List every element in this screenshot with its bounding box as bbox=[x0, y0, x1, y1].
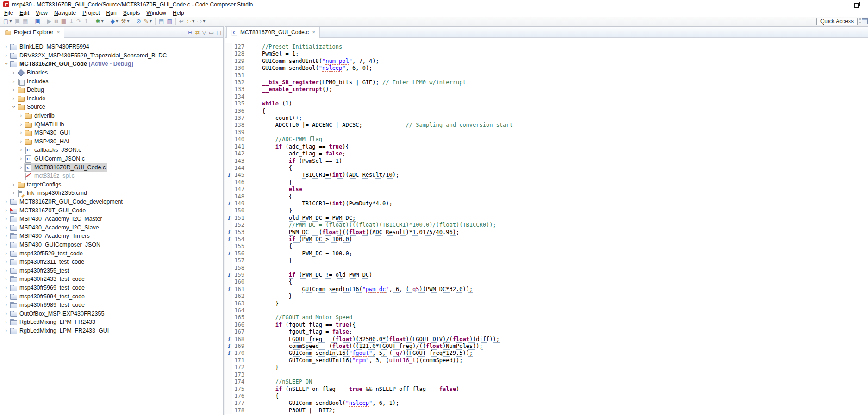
expand-chevron-icon[interactable]: › bbox=[18, 147, 24, 153]
tree-item-MCT8316Z0R_GUI_Code.c[interactable]: ›MCT8316Z0R_GUI_Code.c bbox=[0, 163, 223, 172]
code-line-156[interactable]: i156 PWM_DC = 100.0; bbox=[225, 250, 868, 257]
terminate-button[interactable]: ■ bbox=[60, 17, 67, 25]
code-line-139[interactable]: 139 bbox=[225, 129, 868, 136]
code-line-178[interactable]: 178 P3OUT |= BIT2; bbox=[225, 407, 868, 414]
info-marker-icon[interactable]: i bbox=[225, 272, 232, 279]
debug-config-button[interactable]: ✱▼ bbox=[94, 17, 104, 25]
code-line-167[interactable]: 167 fgout_flag = false; bbox=[225, 328, 868, 335]
minimize-view-icon[interactable]: ▭ bbox=[209, 30, 213, 36]
step-over-button[interactable]: ↷ bbox=[75, 17, 82, 25]
code-line-127[interactable]: 127 //Preset Initializations bbox=[225, 43, 868, 50]
menu-edit[interactable]: Edit bbox=[16, 10, 32, 16]
code-line-137[interactable]: 137 count++; bbox=[225, 115, 868, 122]
code-line-135[interactable]: 135 while (1) bbox=[225, 100, 868, 107]
tree-item-RgbLedMixing_LPM_FR2433_GUI[interactable]: ›RgbLedMixing_LPM_FR2433_GUI bbox=[0, 327, 223, 335]
info-marker-icon[interactable]: i bbox=[225, 229, 232, 236]
tree-item-Include[interactable]: ›Include bbox=[0, 94, 223, 103]
step-return-button[interactable]: ↑ bbox=[83, 17, 89, 25]
tree-item-MSP430_Academy_I2C_Master[interactable]: ›MSP430_Academy_I2C_Master bbox=[0, 215, 223, 223]
code-line-161[interactable]: i161 GUIComm_sendInt16("pwm_dc", 6, (_q5… bbox=[225, 286, 868, 293]
expand-chevron-icon[interactable]: › bbox=[3, 285, 9, 291]
menu-run[interactable]: Run bbox=[103, 10, 120, 16]
info-marker-icon[interactable]: i bbox=[225, 336, 232, 343]
expand-chevron-icon[interactable]: › bbox=[3, 302, 9, 308]
expand-chevron-icon[interactable]: › bbox=[3, 225, 9, 230]
code-line-166[interactable]: 166 if (fgout_flag == true){ bbox=[225, 322, 868, 328]
connect-target-button[interactable]: ✎▼ bbox=[143, 17, 153, 25]
code-line-132[interactable]: 132 __bis_SR_register(LPM0_bits | GIE); … bbox=[225, 79, 868, 86]
expand-chevron-icon[interactable]: › bbox=[11, 190, 17, 196]
debug-launch-button[interactable]: ▣ bbox=[34, 17, 41, 25]
collapse-chevron-icon[interactable]: › bbox=[4, 61, 9, 67]
expand-chevron-icon[interactable]: › bbox=[11, 87, 17, 93]
expand-chevron-icon[interactable]: › bbox=[3, 259, 9, 265]
expand-chevron-icon[interactable]: › bbox=[11, 79, 17, 84]
code-line-176[interactable]: 176 { bbox=[225, 393, 868, 400]
tree-item-MCT8316Z0T_GUI_Code[interactable]: ›MCT8316Z0T_GUI_Code bbox=[0, 206, 223, 215]
tree-item-driverlib[interactable]: ›driverlib bbox=[0, 111, 223, 120]
code-line-171[interactable]: 171 GUIComm_sendUInt16("rpm", 3, (uint16… bbox=[225, 357, 868, 364]
tree-item-DRV832X_MSP430F5529_Trapezoidal_Sensored_BLDC[interactable]: ›DRV832X_MSP430F5529_Trapezoidal_Sensore… bbox=[0, 51, 223, 60]
expand-chevron-icon[interactable]: › bbox=[18, 139, 24, 144]
code-line-149[interactable]: i149 TB1CCR1=(int)(PwmDuty*4.0); bbox=[225, 200, 868, 207]
code-line-146[interactable]: 146 } bbox=[225, 179, 868, 186]
last-edit-location-button[interactable]: ↩ bbox=[178, 17, 185, 25]
code-line-141[interactable]: 141 if (adc_flag == true){ bbox=[225, 143, 868, 150]
expand-chevron-icon[interactable]: › bbox=[18, 113, 24, 118]
expand-chevron-icon[interactable]: › bbox=[18, 130, 24, 136]
code-line-172[interactable]: 172 } bbox=[225, 364, 868, 371]
save-all-button[interactable]: ▦ bbox=[22, 17, 29, 25]
expand-chevron-icon[interactable]: › bbox=[3, 319, 9, 325]
expand-chevron-icon[interactable]: › bbox=[3, 242, 9, 248]
tree-item-MCT8316Z0R_GUI_Code_development[interactable]: ›MCT8316Z0R_GUI_Code_development bbox=[0, 198, 223, 206]
expand-chevron-icon[interactable]: › bbox=[18, 156, 24, 161]
code-line-150[interactable]: 150 } bbox=[225, 207, 868, 214]
code-line-144[interactable]: 144 { bbox=[225, 165, 868, 172]
expand-chevron-icon[interactable]: › bbox=[3, 276, 9, 282]
code-line-163[interactable]: 163 } bbox=[225, 300, 868, 307]
minimize-button[interactable] bbox=[835, 2, 840, 7]
tree-item-msp430fr2311_test_code[interactable]: ›msp430fr2311_test_code bbox=[0, 258, 223, 266]
expand-chevron-icon[interactable]: › bbox=[18, 165, 24, 170]
code-line-159[interactable]: i159 if (PWM_DC != old_PWM_DC) bbox=[225, 272, 868, 279]
tree-item-msp430fr5994_test_code[interactable]: ›msp430fr5994_test_code bbox=[0, 292, 223, 301]
expand-chevron-icon[interactable]: › bbox=[3, 233, 9, 239]
code-line-129[interactable]: 129 GUIComm_sendUInt8("num_pol", 7, 4); bbox=[225, 58, 868, 65]
project-explorer-tab[interactable]: Project Explorer ✕ bbox=[0, 27, 64, 38]
menu-project[interactable]: Project bbox=[79, 10, 103, 16]
code-line-131[interactable]: 131 bbox=[225, 72, 868, 79]
perspective-icon[interactable] bbox=[862, 18, 868, 24]
tree-item-MSP430_GUI[interactable]: ›MSP430_GUI bbox=[0, 129, 223, 137]
collapse-all-icon[interactable]: ⊟ bbox=[188, 30, 192, 36]
editor-tab[interactable]: MCT8316Z0R_GUI_Code.c ✕ bbox=[226, 27, 320, 38]
info-marker-icon[interactable]: i bbox=[225, 236, 232, 243]
tree-item-MSP430_Academy_Timers[interactable]: ›MSP430_Academy_Timers bbox=[0, 232, 223, 241]
tree-item-msp430fr6989_test_code[interactable]: ›msp430fr6989_test_code bbox=[0, 301, 223, 310]
info-marker-icon[interactable]: i bbox=[225, 250, 232, 257]
open-element-button[interactable]: ▥ bbox=[166, 17, 173, 25]
menu-help[interactable]: Help bbox=[169, 10, 187, 16]
expand-chevron-icon[interactable]: › bbox=[11, 96, 17, 101]
info-marker-icon[interactable]: i bbox=[225, 200, 232, 207]
close-tab-icon[interactable]: ✕ bbox=[312, 30, 316, 35]
restore-button[interactable] bbox=[854, 2, 860, 7]
menu-scripts[interactable]: Scripts bbox=[120, 10, 144, 16]
expand-chevron-icon[interactable]: › bbox=[3, 251, 9, 256]
expand-chevron-icon[interactable]: › bbox=[11, 182, 17, 187]
expand-chevron-icon[interactable]: › bbox=[3, 208, 9, 213]
tree-item-msp430f5529_test_code[interactable]: ›msp430f5529_test_code bbox=[0, 249, 223, 258]
tree-item-Includes[interactable]: ›Includes bbox=[0, 77, 223, 86]
expand-chevron-icon[interactable]: › bbox=[11, 70, 17, 75]
tree-item-msp430fr2433_test_code[interactable]: ›msp430fr2433_test_code bbox=[0, 275, 223, 284]
expand-chevron-icon[interactable]: › bbox=[3, 199, 9, 204]
tree-item-msp430fr2355_test[interactable]: ›msp430fr2355_test bbox=[0, 266, 223, 275]
info-marker-icon[interactable]: i bbox=[225, 215, 232, 222]
expand-chevron-icon[interactable]: › bbox=[3, 294, 9, 299]
code-line-138[interactable]: 138 ADCCTL0 |= ADCENC | ADCSC; // Sampli… bbox=[225, 122, 868, 129]
build-button[interactable]: ⚒▼ bbox=[120, 17, 130, 25]
new-file-button[interactable]: ▢▼ bbox=[2, 17, 13, 25]
tree-item-msp430fr5969_test_code[interactable]: ›msp430fr5969_test_code bbox=[0, 284, 223, 292]
new-resource-button[interactable]: ▤ bbox=[158, 17, 165, 25]
expand-chevron-icon[interactable]: › bbox=[3, 53, 9, 58]
expand-chevron-icon[interactable]: › bbox=[18, 122, 24, 127]
